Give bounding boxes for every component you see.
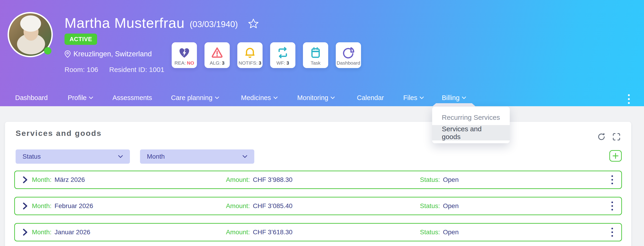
nav-item-dashboard[interactable]: Dashboard (15, 89, 48, 106)
resident-dob: (03/03/1940) (190, 20, 238, 29)
fullscreen-icon[interactable] (612, 133, 620, 141)
month-field: Month: März 2026 (32, 176, 85, 183)
resident-name: Martha Musterfrau (64, 15, 185, 31)
chevron-down-icon (215, 96, 219, 99)
panel-title: Services and goods (16, 129, 102, 138)
resident-header: Martha Musterfrau (03/03/1940) ACTIVE Kr… (0, 0, 644, 106)
month-filter-dropdown[interactable]: Month (140, 150, 254, 164)
plus-icon (612, 152, 619, 159)
expand-chevron-icon[interactable] (23, 228, 28, 236)
billing-row-march-2026[interactable]: Month: März 2026 Amount: CHF 3’988.30 St… (14, 171, 622, 189)
nav-item-care-planning[interactable]: Care planning (171, 89, 219, 106)
room-number: Room: 106 (64, 66, 98, 74)
online-status-dot (44, 47, 52, 55)
stat-label: WF:3 (276, 60, 289, 66)
stat-label: NOTIFS:3 (238, 60, 262, 66)
status-field: Status: Open (420, 202, 459, 210)
row-actions-menu[interactable] (610, 174, 615, 186)
billing-row-january-2026[interactable]: Month: Januar 2026 Amount: CHF 3’618.30 … (14, 223, 622, 241)
filters: Status Month (16, 150, 254, 164)
amount-field: Amount: CHF 3’618.30 (226, 228, 292, 236)
status-field: Status: Open (420, 228, 459, 236)
task-calendar-icon (309, 45, 322, 60)
chevron-down-icon (273, 96, 278, 99)
expand-chevron-icon[interactable] (23, 202, 28, 210)
month-field: Month: Februar 2026 (32, 202, 93, 210)
services-and-goods-panel: Services and goods Status (5, 122, 631, 246)
billing-dropdown-menu: Recurring Services Services and goods (432, 107, 510, 143)
workflow-repeat-icon (276, 45, 289, 60)
nav-overflow-menu[interactable] (626, 92, 632, 106)
chevron-down-icon (89, 96, 93, 99)
nav-item-monitoring[interactable]: Monitoring (297, 89, 335, 106)
page: Martha Musterfrau (03/03/1940) ACTIVE Kr… (0, 0, 644, 246)
location-text: Kreuzlingen, Switzerland (74, 50, 152, 58)
stat-card-alg[interactable]: ALG:3 (204, 42, 230, 68)
stat-card-notifs[interactable]: NOTIFS:3 (237, 42, 262, 68)
month-field: Month: Januar 2026 (32, 228, 90, 236)
filter-label: Status (22, 153, 40, 160)
refresh-icon[interactable] (597, 133, 606, 141)
menu-item-services-and-goods[interactable]: Services and goods (432, 125, 510, 141)
row-actions-menu[interactable] (610, 200, 615, 212)
billing-rows: Month: März 2026 Amount: CHF 3’988.30 St… (14, 171, 622, 241)
billing-active-indicator (432, 103, 475, 106)
amount-field: Amount: CHF 3’085.40 (226, 202, 292, 210)
favorite-star-icon[interactable] (248, 18, 259, 29)
chevron-down-icon (330, 96, 335, 99)
warning-triangle-icon (211, 45, 224, 60)
expand-chevron-icon[interactable] (23, 176, 28, 183)
amount-field: Amount: CHF 3’988.30 (226, 176, 292, 183)
row-actions-menu[interactable] (610, 226, 615, 239)
filter-label: Month (147, 153, 165, 160)
chevron-down-icon (242, 155, 248, 158)
stat-card-dashboard[interactable]: Dashboard (336, 42, 361, 68)
nav-item-medicines[interactable]: Medicines (241, 89, 278, 106)
menu-item-recurring-services[interactable]: Recurring Services (432, 110, 510, 125)
avatar[interactable] (8, 12, 53, 57)
billing-row-february-2026[interactable]: Month: Februar 2026 Amount: CHF 3’085.40… (14, 197, 622, 215)
nav-item-profile[interactable]: Profile (68, 89, 93, 106)
dashboard-pie-icon (342, 45, 355, 60)
stat-card-wf[interactable]: WF:3 (270, 42, 296, 68)
resident-id: Resident ID: 1001 (109, 66, 164, 74)
bell-icon (244, 45, 256, 60)
nav-item-assessments[interactable]: Assessments (112, 89, 152, 106)
stat-card-rea[interactable]: REA:NO (172, 42, 197, 68)
stat-cards: REA:NO ALG:3 (172, 42, 361, 68)
stat-label: Dashboard (337, 60, 360, 66)
stat-label: Task (310, 60, 320, 66)
stat-label: ALG:3 (210, 60, 225, 66)
status-filter-dropdown[interactable]: Status (16, 150, 130, 164)
chevron-down-icon (462, 96, 466, 99)
stat-label: REA:NO (174, 60, 194, 66)
location-pin-icon (64, 50, 71, 58)
nav-item-files[interactable]: Files (403, 89, 424, 106)
heart-bolt-icon (178, 45, 191, 60)
resident-nav: Dashboard Profile Assessments Care plann… (0, 89, 644, 106)
nav-item-calendar[interactable]: Calendar (357, 89, 384, 106)
status-badge: ACTIVE (64, 34, 97, 45)
status-field: Status: Open (420, 176, 459, 183)
add-entry-button[interactable] (609, 150, 622, 162)
stat-card-task[interactable]: Task (303, 42, 328, 68)
chevron-down-icon (118, 155, 123, 158)
chevron-down-icon (420, 96, 424, 99)
